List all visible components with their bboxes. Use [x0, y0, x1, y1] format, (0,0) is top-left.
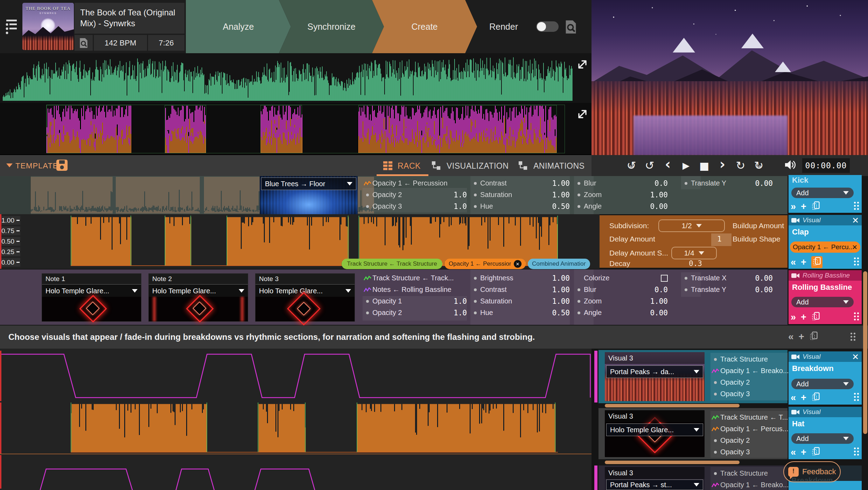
animation-tag[interactable]: Opacity 1 ← Percussion✕ — [444, 259, 526, 269]
param-row[interactable]: Opacity 31.0 — [363, 201, 467, 212]
drag-handle-icon[interactable] — [853, 201, 860, 212]
track-card-rolling-bassline[interactable]: Rolling Bassline Rolling Bassline Add » … — [789, 270, 862, 324]
horizontal-scrollbar[interactable] — [605, 461, 740, 464]
redo-button[interactable]: ↻ — [732, 157, 750, 174]
param-row[interactable]: Opacity 1 ← Percussion — [363, 177, 467, 189]
undo-button[interactable]: ↺ — [640, 157, 659, 174]
duplicate-icon[interactable] — [811, 392, 820, 403]
bpm-value[interactable]: 142 BPM — [94, 35, 147, 51]
collapse-left-icon[interactable]: « — [791, 448, 796, 457]
note-visual-select[interactable]: Holo Temple Glare... — [149, 284, 248, 298]
param-value[interactable]: 0.0 — [652, 286, 668, 294]
next-button[interactable]: › — [713, 157, 732, 174]
track-card-kick[interactable]: Kick Add » + — [789, 175, 862, 213]
colorize-checkbox[interactable] — [661, 275, 668, 282]
delay-amount-s-select[interactable]: 1/4 — [671, 247, 717, 259]
add-effect-select[interactable]: Add — [791, 297, 854, 307]
playhead[interactable] — [0, 402, 1, 454]
visual-slot-hat[interactable]: Visual 3 Holo Temple Glare... — [605, 410, 705, 457]
param-row[interactable]: Translate Y0.00 — [681, 284, 773, 295]
visual-slot-breakdown[interactable]: Visual 3 Portal Peaks → da... — [605, 352, 705, 401]
remove-icon[interactable]: ✕ — [514, 260, 522, 268]
templates-caret-icon[interactable] — [6, 163, 13, 167]
stop-button[interactable]: ■ — [695, 157, 713, 174]
subdivision-select[interactable]: 1/2 — [658, 219, 725, 232]
waveform-sync[interactable] — [47, 105, 565, 153]
note-slot-1[interactable]: Note 1 Holo Temple Glare... — [42, 273, 141, 322]
collapse-left-icon[interactable]: « — [788, 331, 794, 342]
add-icon[interactable]: + — [801, 258, 806, 267]
decay-value[interactable]: 0.3 — [689, 259, 702, 268]
expand-right-icon[interactable]: » — [791, 202, 796, 211]
param-row[interactable]: Saturation1.00 — [470, 189, 570, 201]
drag-handle-icon[interactable] — [853, 257, 860, 268]
param-row[interactable]: Notes ← Rolling Bassline — [363, 284, 467, 295]
workflow-step-analyze[interactable]: Analyze — [186, 0, 291, 53]
param-value[interactable]: 0.50 — [549, 309, 570, 317]
expand-icon[interactable] — [575, 57, 589, 71]
duplicate-icon[interactable] — [811, 447, 820, 458]
drag-handle-icon[interactable] — [853, 312, 860, 323]
duplicate-icon[interactable] — [811, 256, 822, 268]
note-slot-2[interactable]: Note 2 Holo Temple Glare... — [148, 273, 248, 322]
param-row[interactable]: Blur0.0 — [574, 284, 668, 295]
param-row[interactable]: Opacity 3 — [710, 388, 788, 400]
drag-handle-icon[interactable] — [853, 447, 860, 458]
rewind-10-button[interactable]: ↺10 — [622, 157, 640, 174]
param-row[interactable]: Opacity 3 — [710, 446, 788, 458]
track-card-clap[interactable]: Visual ✕ Clap Opacity 1 ← Percu... ✕ « + — [789, 215, 862, 269]
add-effect-select[interactable]: Add — [791, 188, 854, 198]
waveform-green[interactable] — [3, 55, 573, 101]
tab-rack[interactable]: RACK — [398, 161, 421, 171]
drag-handle-icon[interactable] — [853, 392, 860, 403]
add-effect-select[interactable]: Add — [791, 379, 854, 389]
param-value[interactable]: 0.50 — [549, 202, 570, 211]
animation-tag[interactable]: Track Structure ← Track Structure — [342, 259, 442, 269]
param-value[interactable]: 1.0 — [451, 202, 467, 211]
param-row[interactable]: Opacity 11.0 — [363, 295, 467, 307]
envelope-breakdown[interactable] — [0, 351, 592, 401]
forward-10-button[interactable]: ↻10 — [750, 157, 768, 174]
visual-slot-floor[interactable]: Blue Trees → Floor — [260, 176, 358, 214]
expand-icon[interactable] — [575, 107, 589, 121]
playhead[interactable] — [0, 214, 1, 269]
param-value[interactable]: 1.00 — [647, 297, 668, 306]
waveform-bottom[interactable] — [71, 402, 558, 453]
duplicate-icon[interactable] — [809, 331, 818, 342]
envelope-bottom[interactable] — [0, 455, 592, 490]
time-display[interactable]: 00:00.00 — [802, 158, 850, 173]
param-value[interactable]: 1.00 — [549, 179, 570, 188]
add-icon[interactable]: + — [801, 393, 806, 402]
playhead[interactable] — [0, 351, 1, 401]
param-row[interactable]: Contrast1.00 — [470, 177, 570, 189]
param-row[interactable]: Track Structure — [710, 468, 788, 479]
param-value[interactable]: 0.00 — [752, 179, 773, 188]
collapse-left-icon[interactable]: « — [791, 258, 796, 267]
add-effect-select[interactable]: Add — [791, 433, 854, 444]
param-row[interactable]: Opacity 2 — [710, 377, 788, 388]
param-row[interactable]: Opacity 21.0 — [363, 307, 467, 318]
param-value[interactable]: 1.00 — [647, 191, 668, 199]
preview-search-button[interactable] — [564, 20, 578, 36]
track-card-hat[interactable]: Visual Hat Add « + — [789, 407, 862, 459]
param-row[interactable]: Hue0.50 — [470, 201, 570, 212]
tab-visualization[interactable]: VISUALIZATION — [447, 161, 509, 171]
param-value[interactable]: 0.00 — [752, 274, 773, 282]
close-icon[interactable]: ✕ — [852, 352, 859, 362]
note-visual-select[interactable]: Holo Temple Glare... — [42, 284, 141, 298]
param-row[interactable]: Track Structure — [710, 354, 788, 365]
param-row[interactable]: Translate Y0.00 — [681, 177, 773, 189]
expand-right-icon[interactable]: » — [791, 313, 796, 322]
visual-slot-breakdown-2[interactable]: Visual 3 Portal Peaks → st... — [605, 467, 705, 490]
param-value[interactable]: 0.00 — [647, 202, 668, 211]
param-value[interactable]: 0.00 — [752, 286, 773, 294]
param-row[interactable]: Opacity 1 ← Breako... — [710, 479, 788, 490]
modulation-tag[interactable]: Opacity 1 ← Percu... ✕ — [790, 241, 860, 253]
workflow-step-create[interactable]: Create — [372, 0, 477, 53]
volume-button[interactable] — [783, 159, 797, 173]
playhead[interactable] — [0, 455, 1, 489]
add-icon[interactable]: + — [801, 313, 806, 322]
param-value[interactable]: 1.0 — [451, 309, 467, 317]
drag-handle-icon[interactable] — [850, 332, 856, 343]
animation-tag[interactable]: Combined Animation — [528, 259, 590, 269]
